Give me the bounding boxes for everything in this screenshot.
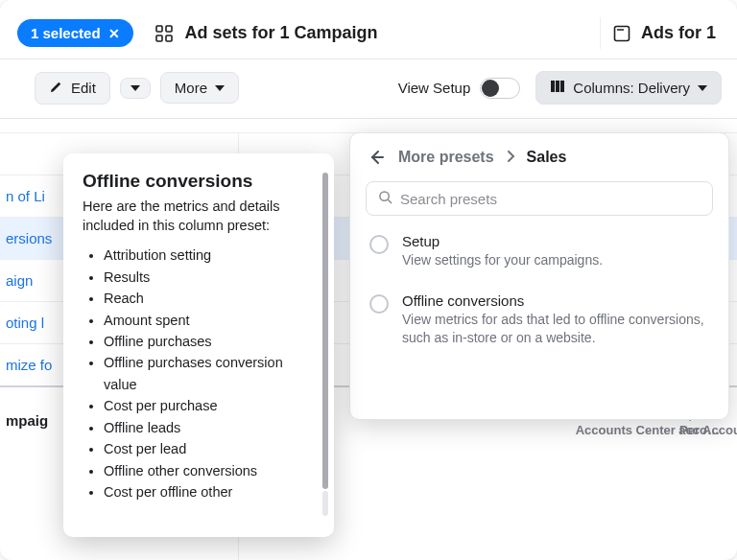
chip-label: 1 selected [31,25,101,41]
search-placeholder: Search presets [400,191,497,207]
svg-rect-0 [156,26,162,32]
back-arrow-icon[interactable] [366,147,387,168]
toolbar: Edit More View Setup Columns: Delivery [0,59,737,119]
chevron-right-icon [506,149,515,166]
cell-text: n of Li [6,188,45,204]
list-item: Attribution setting [104,245,315,266]
list-item: Offline purchases conversion value [104,352,315,395]
list-item: Reach [104,288,315,309]
svg-rect-3 [166,35,172,41]
breadcrumb: More presets Sales [366,147,713,168]
cell-text: mize fo [6,357,52,373]
columns-label: Columns: Delivery [573,80,690,96]
view-setup: View Setup [398,78,521,99]
cell-text: ersions [6,230,52,246]
option-desc: View settings for your campaigns. [402,251,603,269]
list-item: Cost per offline other [104,481,315,502]
list-item: Offline other conversions [104,460,315,481]
tab-ads-label: Ads for 1 [641,23,716,43]
search-input[interactable]: Search presets [366,181,713,216]
svg-rect-4 [614,26,629,40]
cell-text: mpaig [6,412,48,429]
svg-rect-1 [166,26,172,32]
more-button[interactable]: More [160,72,239,104]
svg-line-11 [388,199,392,203]
tooltip-list: Attribution setting Results Reach Amount… [83,245,315,503]
summary-sub: Per Accounts [679,423,737,437]
svg-rect-8 [560,81,564,92]
tabs-row: 1 selected ✕ Ad sets for 1 Campaign Ads … [0,0,737,59]
list-item: Cost per purchase [104,395,315,416]
edit-label: Edit [71,80,96,96]
selected-chip[interactable]: 1 selected ✕ [17,19,133,47]
chevron-down-icon [698,85,707,91]
columns-icon [550,79,565,97]
radio-icon[interactable] [369,294,389,314]
tooltip-offline-conversions: Offline conversions Here are the metrics… [63,153,334,537]
svg-point-10 [380,192,389,200]
more-label: More [175,80,207,96]
chevron-down-icon [215,85,225,91]
ad-icon [612,24,631,43]
list-item: Results [104,267,315,288]
breadcrumb-more[interactable]: More presets [398,149,494,166]
option-title: Offline conversions [402,292,709,309]
view-setup-label: View Setup [398,80,471,96]
list-item: Amount spent [104,310,315,331]
cell-text: oting l [6,315,44,331]
svg-rect-7 [556,81,559,92]
preset-option-offline-conversions[interactable]: Offline conversions View metrics for ads… [366,275,713,353]
search-icon [378,190,392,207]
view-setup-toggle[interactable] [480,78,520,99]
cell-text: aign [6,272,33,289]
tab-ads[interactable]: Ads for 1 [600,17,720,49]
edit-caret[interactable] [120,78,151,99]
svg-rect-6 [551,81,555,92]
pencil-icon [49,80,63,97]
edit-button[interactable]: Edit [35,72,110,105]
breadcrumb-current: Sales [527,149,567,166]
svg-rect-2 [156,35,162,41]
chevron-down-icon [131,85,140,91]
radio-icon[interactable] [369,235,389,254]
scrollbar-track [322,491,328,516]
tooltip-title: Offline conversions [83,171,315,192]
option-title: Setup [402,233,603,249]
tooltip-intro: Here are the metrics and details include… [83,198,315,235]
close-icon[interactable]: ✕ [108,26,120,41]
tab-adsets-label: Ad sets for 1 Campaign [185,23,378,43]
list-item: Offline purchases [104,331,315,352]
grid-icon [155,24,174,43]
presets-panel: More presets Sales Search presets Setup … [349,132,729,420]
preset-option-setup[interactable]: Setup View settings for your campaigns. [366,216,713,275]
scrollbar-thumb[interactable] [322,173,328,489]
list-item: Cost per lead [104,438,315,459]
option-desc: View metrics for ads that led to offline… [402,311,709,347]
tab-adsets[interactable]: Ad sets for 1 Campaign [147,17,386,49]
columns-button[interactable]: Columns: Delivery [535,71,722,105]
list-item: Offline leads [104,417,315,438]
